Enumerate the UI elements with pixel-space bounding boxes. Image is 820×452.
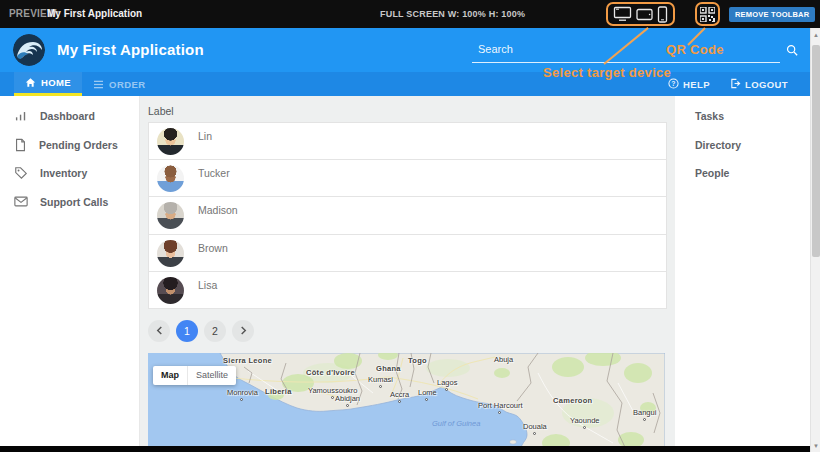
tab-order[interactable]: ORDER xyxy=(82,72,156,96)
help-label: HELP xyxy=(683,79,710,90)
scrollbar-thumb[interactable] xyxy=(812,45,820,257)
city-marker-dot xyxy=(379,385,382,388)
map-label-liberia: Liberia xyxy=(265,387,292,396)
map-label-abuja: Abuja xyxy=(494,355,513,364)
svg-text:?: ? xyxy=(671,79,676,86)
device-selector-group xyxy=(606,2,675,26)
sidebar-item-pending-orders[interactable]: Pending Orders xyxy=(0,131,139,160)
city-marker-dot xyxy=(533,432,536,435)
qr-code-button[interactable] xyxy=(695,2,720,26)
document-icon xyxy=(14,138,27,152)
pagination: 12 xyxy=(148,317,667,345)
people-list: LinTuckerMadisonBrownLisa xyxy=(148,122,667,309)
search-placeholder: Search xyxy=(478,43,513,55)
pagination-page-1-button[interactable]: 1 xyxy=(176,320,198,342)
sidebar-item-people[interactable]: People xyxy=(675,159,810,188)
annotation-select-target-device: Select target device xyxy=(543,65,671,80)
city-marker-dot xyxy=(331,396,334,399)
map-label-lome: Lome xyxy=(418,388,437,397)
app-navbar: HOMEORDER ? HELP LOGOUT xyxy=(0,72,810,96)
map-label-sierra-leone: Sierra Leone xyxy=(223,356,272,365)
map-type-map-button[interactable]: Map xyxy=(153,370,187,380)
person-name: Lin xyxy=(198,130,212,142)
home-icon xyxy=(25,77,36,88)
sidebar-item-dashboard[interactable]: Dashboard xyxy=(0,102,139,131)
tab-home[interactable]: HOME xyxy=(14,72,82,96)
chevron-right-icon xyxy=(240,326,247,335)
pagination-page-2-button[interactable]: 2 xyxy=(204,320,226,342)
logout-icon xyxy=(730,78,741,91)
page-title: My First Application xyxy=(57,41,204,58)
sidebar-item-label: Tasks xyxy=(695,110,724,122)
tag-icon xyxy=(14,166,28,180)
map-label-accra: Accra xyxy=(390,390,409,399)
map-type-satellite-button[interactable]: Satellite xyxy=(188,370,236,380)
city-marker-dot xyxy=(346,404,349,407)
main-content: Label LinTuckerMadisonBrownLisa 12 xyxy=(140,96,675,452)
scroll-up-arrow[interactable]: ▲ xyxy=(811,28,820,41)
right-sidebar: TasksDirectoryPeople xyxy=(675,96,810,452)
sidebar-item-label: Inventory xyxy=(40,167,87,179)
map-label-lagos: Lagos xyxy=(437,378,457,387)
sidebar-item-label: Directory xyxy=(695,139,741,151)
phone-icon[interactable] xyxy=(657,6,668,23)
avatar xyxy=(157,240,184,267)
nav-tabs: HOMEORDER xyxy=(14,72,156,96)
sidebar-item-label: Support Calls xyxy=(40,196,108,208)
menu-icon xyxy=(93,80,104,89)
tab-label: HOME xyxy=(41,77,71,88)
list-title: Label xyxy=(148,105,667,122)
help-link[interactable]: ? HELP xyxy=(668,78,710,91)
list-item-brown[interactable]: Brown xyxy=(149,235,666,272)
bar-chart-icon xyxy=(14,109,28,123)
map-label-abidjan: Abidjan xyxy=(335,394,360,403)
avatar xyxy=(157,277,184,304)
vertical-scrollbar[interactable]: ▲ ▼ xyxy=(810,28,820,452)
map-label-c-te-d-ivoire: Côte d'Ivoire xyxy=(306,368,355,377)
sidebar-item-label: People xyxy=(695,167,729,179)
map-label-cameroon: Cameroon xyxy=(553,396,593,405)
tablet-icon[interactable] xyxy=(636,8,653,21)
map-label-ghana: Ghana xyxy=(376,364,401,373)
remove-toolbar-button[interactable]: REMOVE TOOLBAR xyxy=(729,7,815,22)
wave-logo xyxy=(13,34,45,66)
map-label-douala: Douala xyxy=(523,422,547,431)
map-widget[interactable]: Map Satellite Sierra LeoneCôte d'IvoireG… xyxy=(148,353,665,452)
list-item-lisa[interactable]: Lisa xyxy=(149,272,666,309)
scroll-down-arrow[interactable]: ▼ xyxy=(811,439,820,452)
city-marker-dot xyxy=(398,400,401,403)
avatar xyxy=(157,128,184,155)
logout-label: LOGOUT xyxy=(745,79,788,90)
person-name: Madison xyxy=(198,204,238,216)
list-item-lin[interactable]: Lin xyxy=(149,123,666,160)
tab-label: ORDER xyxy=(109,79,145,90)
sidebar-item-support-calls[interactable]: Support Calls xyxy=(0,188,139,217)
desktop-icon[interactable] xyxy=(613,6,632,22)
pagination-prev-button[interactable] xyxy=(148,320,170,342)
person-name: Brown xyxy=(198,242,228,254)
search-input[interactable]: Search xyxy=(472,38,780,63)
map-label-gulf-of-guinea: Gulf of Guinea xyxy=(432,419,480,428)
map-label-monrovia: Monrovia xyxy=(227,388,258,397)
left-sidebar: DashboardPending OrdersInventorySupport … xyxy=(0,96,140,452)
logout-link[interactable]: LOGOUT xyxy=(730,78,788,91)
app-preview-window: PREVIEW: My First Application FULL SCREE… xyxy=(0,0,820,452)
sidebar-item-inventory[interactable]: Inventory xyxy=(0,159,139,188)
city-marker-dot xyxy=(583,426,586,429)
person-name: Tucker xyxy=(198,167,230,179)
pagination-next-button[interactable] xyxy=(232,320,254,342)
qr-code-icon xyxy=(700,7,715,22)
bottom-edge-bar xyxy=(0,446,810,452)
list-item-madison[interactable]: Madison xyxy=(149,197,666,234)
sidebar-item-directory[interactable]: Directory xyxy=(675,131,810,160)
list-item-tucker[interactable]: Tucker xyxy=(149,160,666,197)
sidebar-item-tasks[interactable]: Tasks xyxy=(675,102,810,131)
chevron-left-icon xyxy=(156,326,163,335)
navbar-right: ? HELP LOGOUT xyxy=(668,72,788,96)
right-sidebar-items: TasksDirectoryPeople xyxy=(675,102,810,188)
map-label-kumasi: Kumasi xyxy=(368,375,393,384)
sidebar-item-label: Pending Orders xyxy=(39,139,118,151)
map-label-yaounde: Yaounde xyxy=(570,416,599,425)
search-icon[interactable] xyxy=(786,42,798,60)
person-name: Lisa xyxy=(198,279,217,291)
